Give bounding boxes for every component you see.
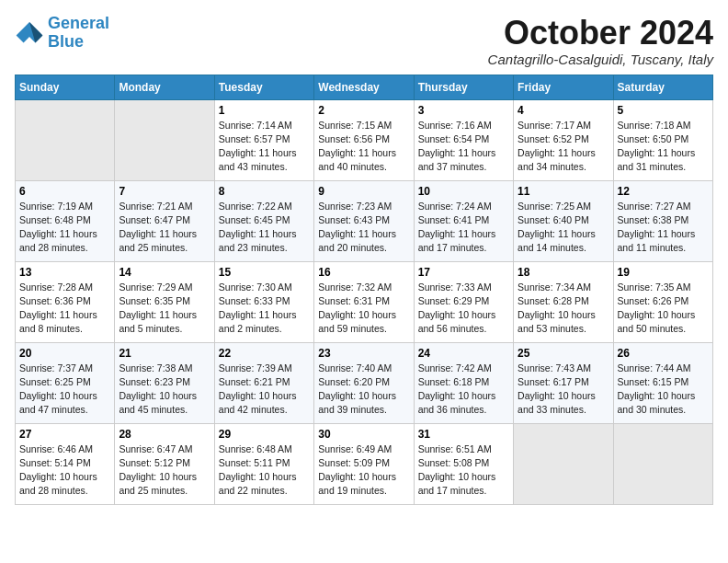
day-number: 5 <box>618 104 709 117</box>
day-info: Sunrise: 7:14 AM Sunset: 6:57 PM Dayligh… <box>219 119 310 175</box>
day-info: Sunrise: 7:34 AM Sunset: 6:28 PM Dayligh… <box>518 281 609 337</box>
day-number: 23 <box>318 347 409 360</box>
day-info: Sunrise: 7:23 AM Sunset: 6:43 PM Dayligh… <box>318 200 409 256</box>
day-number: 22 <box>219 347 310 360</box>
day-number: 19 <box>618 266 709 279</box>
day-number: 13 <box>19 266 110 279</box>
day-info: Sunrise: 7:40 AM Sunset: 6:20 PM Dayligh… <box>318 362 409 418</box>
header-saturday: Saturday <box>613 75 712 99</box>
day-cell-3-0: 20Sunrise: 7:37 AM Sunset: 6:25 PM Dayli… <box>16 342 115 423</box>
week-row-4: 20Sunrise: 7:37 AM Sunset: 6:25 PM Dayli… <box>16 342 713 423</box>
day-info: Sunrise: 7:28 AM Sunset: 6:36 PM Dayligh… <box>19 281 110 337</box>
day-cell-0-5: 4Sunrise: 7:17 AM Sunset: 6:52 PM Daylig… <box>514 99 613 180</box>
day-cell-4-0: 27Sunrise: 6:46 AM Sunset: 5:14 PM Dayli… <box>16 423 115 504</box>
logo-text: General Blue <box>48 15 109 52</box>
day-cell-0-6: 5Sunrise: 7:18 AM Sunset: 6:50 PM Daylig… <box>613 99 712 180</box>
day-info: Sunrise: 7:35 AM Sunset: 6:26 PM Dayligh… <box>618 281 709 337</box>
day-cell-1-2: 8Sunrise: 7:22 AM Sunset: 6:45 PM Daylig… <box>214 180 313 261</box>
day-info: Sunrise: 6:49 AM Sunset: 5:09 PM Dayligh… <box>318 442 409 499</box>
day-number: 9 <box>318 185 409 198</box>
day-number: 18 <box>518 266 609 279</box>
day-cell-2-5: 18Sunrise: 7:34 AM Sunset: 6:28 PM Dayli… <box>514 261 613 342</box>
day-cell-2-2: 15Sunrise: 7:30 AM Sunset: 6:33 PM Dayli… <box>214 261 313 342</box>
day-info: Sunrise: 7:21 AM Sunset: 6:47 PM Dayligh… <box>119 200 210 256</box>
day-number: 14 <box>119 266 210 279</box>
day-info: Sunrise: 7:32 AM Sunset: 6:31 PM Dayligh… <box>318 281 409 337</box>
logo-icon <box>15 20 44 46</box>
day-cell-0-4: 3Sunrise: 7:16 AM Sunset: 6:54 PM Daylig… <box>414 99 513 180</box>
day-number: 26 <box>618 347 709 360</box>
day-number: 6 <box>19 185 110 198</box>
day-number: 15 <box>219 266 310 279</box>
day-cell-2-4: 17Sunrise: 7:33 AM Sunset: 6:29 PM Dayli… <box>414 261 513 342</box>
day-info: Sunrise: 6:47 AM Sunset: 5:12 PM Dayligh… <box>119 442 210 499</box>
month-title: October 2024 <box>488 15 713 52</box>
day-cell-0-3: 2Sunrise: 7:15 AM Sunset: 6:56 PM Daylig… <box>314 99 414 180</box>
day-info: Sunrise: 7:29 AM Sunset: 6:35 PM Dayligh… <box>119 281 210 337</box>
page-header: General Blue October 2024 Cantagrillo-Ca… <box>15 15 713 67</box>
day-info: Sunrise: 7:44 AM Sunset: 6:15 PM Dayligh… <box>618 362 709 418</box>
day-number: 24 <box>418 347 509 360</box>
day-number: 4 <box>518 104 609 117</box>
day-number: 11 <box>518 185 609 198</box>
day-info: Sunrise: 6:46 AM Sunset: 5:14 PM Dayligh… <box>19 442 110 499</box>
day-cell-3-5: 25Sunrise: 7:43 AM Sunset: 6:17 PM Dayli… <box>514 342 613 423</box>
day-info: Sunrise: 7:19 AM Sunset: 6:48 PM Dayligh… <box>19 200 110 256</box>
day-cell-0-0 <box>16 99 115 180</box>
day-cell-3-6: 26Sunrise: 7:44 AM Sunset: 6:15 PM Dayli… <box>613 342 712 423</box>
day-info: Sunrise: 7:27 AM Sunset: 6:38 PM Dayligh… <box>618 200 709 256</box>
day-cell-0-1 <box>115 99 214 180</box>
day-number: 16 <box>318 266 409 279</box>
day-cell-0-2: 1Sunrise: 7:14 AM Sunset: 6:57 PM Daylig… <box>214 99 313 180</box>
week-row-3: 13Sunrise: 7:28 AM Sunset: 6:36 PM Dayli… <box>16 261 713 342</box>
header-row: Sunday Monday Tuesday Wednesday Thursday… <box>16 75 713 99</box>
logo: General Blue <box>15 15 109 52</box>
header-tuesday: Tuesday <box>214 75 313 99</box>
day-cell-1-3: 9Sunrise: 7:23 AM Sunset: 6:43 PM Daylig… <box>314 180 414 261</box>
location: Cantagrillo-Casalguidi, Tuscany, Italy <box>488 52 713 67</box>
day-cell-4-1: 28Sunrise: 6:47 AM Sunset: 5:12 PM Dayli… <box>115 423 214 504</box>
day-cell-2-3: 16Sunrise: 7:32 AM Sunset: 6:31 PM Dayli… <box>314 261 414 342</box>
day-info: Sunrise: 7:37 AM Sunset: 6:25 PM Dayligh… <box>19 362 110 418</box>
day-number: 2 <box>318 104 409 117</box>
day-number: 21 <box>119 347 210 360</box>
week-row-2: 6Sunrise: 7:19 AM Sunset: 6:48 PM Daylig… <box>16 180 713 261</box>
day-cell-1-6: 12Sunrise: 7:27 AM Sunset: 6:38 PM Dayli… <box>613 180 712 261</box>
day-cell-3-4: 24Sunrise: 7:42 AM Sunset: 6:18 PM Dayli… <box>414 342 513 423</box>
day-info: Sunrise: 7:24 AM Sunset: 6:41 PM Dayligh… <box>418 200 509 256</box>
day-number: 31 <box>418 428 509 441</box>
calendar-table: Sunday Monday Tuesday Wednesday Thursday… <box>15 75 713 505</box>
day-cell-2-0: 13Sunrise: 7:28 AM Sunset: 6:36 PM Dayli… <box>16 261 115 342</box>
day-number: 30 <box>318 428 409 441</box>
day-cell-4-2: 29Sunrise: 6:48 AM Sunset: 5:11 PM Dayli… <box>214 423 313 504</box>
day-info: Sunrise: 6:51 AM Sunset: 5:08 PM Dayligh… <box>418 442 509 499</box>
day-info: Sunrise: 7:38 AM Sunset: 6:23 PM Dayligh… <box>119 362 210 418</box>
day-cell-4-5 <box>514 423 613 504</box>
day-cell-2-6: 19Sunrise: 7:35 AM Sunset: 6:26 PM Dayli… <box>613 261 712 342</box>
day-number: 3 <box>418 104 509 117</box>
day-info: Sunrise: 7:42 AM Sunset: 6:18 PM Dayligh… <box>418 362 509 418</box>
day-info: Sunrise: 6:48 AM Sunset: 5:11 PM Dayligh… <box>219 442 310 499</box>
day-info: Sunrise: 7:15 AM Sunset: 6:56 PM Dayligh… <box>318 119 409 175</box>
day-number: 17 <box>418 266 509 279</box>
day-info: Sunrise: 7:25 AM Sunset: 6:40 PM Dayligh… <box>518 200 609 256</box>
day-number: 25 <box>518 347 609 360</box>
day-info: Sunrise: 7:43 AM Sunset: 6:17 PM Dayligh… <box>518 362 609 418</box>
day-number: 1 <box>219 104 310 117</box>
day-number: 28 <box>119 428 210 441</box>
day-number: 20 <box>19 347 110 360</box>
day-cell-2-1: 14Sunrise: 7:29 AM Sunset: 6:35 PM Dayli… <box>115 261 214 342</box>
header-sunday: Sunday <box>16 75 115 99</box>
day-cell-3-2: 22Sunrise: 7:39 AM Sunset: 6:21 PM Dayli… <box>214 342 313 423</box>
day-cell-1-0: 6Sunrise: 7:19 AM Sunset: 6:48 PM Daylig… <box>16 180 115 261</box>
day-number: 8 <box>219 185 310 198</box>
day-cell-4-6 <box>613 423 712 504</box>
day-number: 27 <box>19 428 110 441</box>
day-info: Sunrise: 7:33 AM Sunset: 6:29 PM Dayligh… <box>418 281 509 337</box>
day-cell-3-1: 21Sunrise: 7:38 AM Sunset: 6:23 PM Dayli… <box>115 342 214 423</box>
header-monday: Monday <box>115 75 214 99</box>
day-cell-4-3: 30Sunrise: 6:49 AM Sunset: 5:09 PM Dayli… <box>314 423 414 504</box>
week-row-5: 27Sunrise: 6:46 AM Sunset: 5:14 PM Dayli… <box>16 423 713 504</box>
header-thursday: Thursday <box>414 75 513 99</box>
day-info: Sunrise: 7:18 AM Sunset: 6:50 PM Dayligh… <box>618 119 709 175</box>
